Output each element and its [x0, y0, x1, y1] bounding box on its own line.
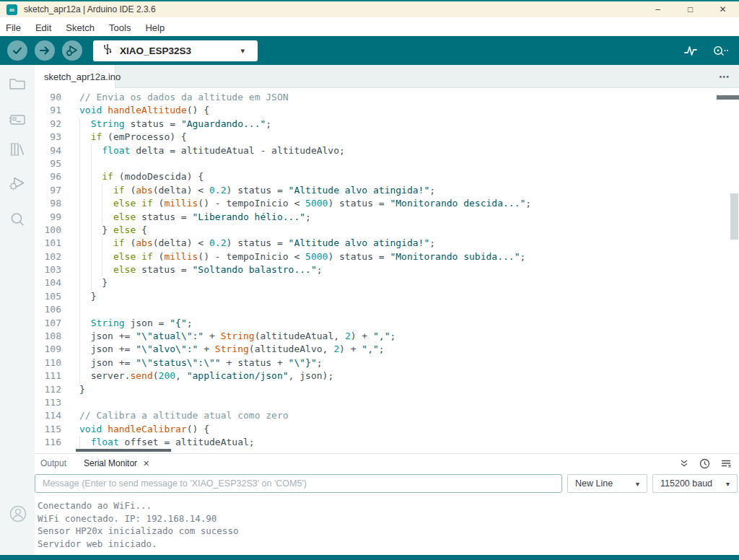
- code-line[interactable]: 101if (abs(delta) < 0.2) status = "Altit…: [35, 237, 739, 250]
- sketchbook-folder-icon[interactable]: [8, 74, 27, 93]
- line-number: 100: [35, 224, 74, 237]
- line-number: 110: [35, 356, 74, 369]
- code-text: json += "\"alvo\":" + String(altitudeAlv…: [74, 343, 385, 356]
- search-icon[interactable]: [8, 210, 27, 229]
- serial-plotter-button[interactable]: [683, 43, 699, 58]
- indent-guide: [91, 224, 102, 237]
- more-actions-icon[interactable]: •••: [719, 65, 730, 88]
- menu-file[interactable]: File: [4, 21, 28, 35]
- line-number: 108: [35, 330, 74, 343]
- code-line[interactable]: 92String status = "Aguardando...";: [35, 118, 739, 131]
- code-text: String status = "Aguardando...";: [74, 118, 271, 131]
- indent-guide: [91, 197, 102, 210]
- close-button[interactable]: ✕: [707, 1, 739, 17]
- timestamp-icon[interactable]: [699, 458, 710, 469]
- window-controls: – □ ✕: [642, 1, 739, 17]
- code-line[interactable]: 110json += "\"status\":\"" + status + "\…: [35, 356, 739, 369]
- tab-sketch-ino[interactable]: sketch_apr12a.ino: [35, 65, 115, 88]
- code-text: [74, 396, 79, 409]
- upload-button[interactable]: [35, 40, 55, 61]
- code-text: void handleCalibrar() {: [74, 423, 209, 436]
- code-line[interactable]: 99else status = "Liberando hélio...";: [35, 211, 739, 224]
- horizontal-scrollbar[interactable]: [76, 449, 171, 452]
- code-text: else status = "Soltando balastro...";: [74, 263, 323, 276]
- code-text: json += "\"atual\":" + String(altitudeAt…: [74, 330, 395, 343]
- serial-output-line: Servidor web iniciado.: [38, 538, 739, 551]
- maximize-button[interactable]: □: [674, 1, 707, 17]
- vertical-scrollbar[interactable]: [730, 193, 738, 240]
- line-number: 115: [35, 423, 74, 436]
- line-number: 93: [35, 131, 74, 144]
- code-editor[interactable]: 90// Envia os dados da altitude em JSON9…: [35, 88, 739, 453]
- debug-button[interactable]: [62, 40, 82, 61]
- line-ending-select[interactable]: New Line ▾: [567, 474, 647, 493]
- menu-help[interactable]: Help: [144, 21, 172, 35]
- indent-guide: [79, 263, 91, 276]
- code-line[interactable]: 102else if (millis() - tempoInicio < 500…: [35, 250, 739, 263]
- indent-guide: [91, 211, 102, 224]
- library-manager-icon[interactable]: [8, 140, 27, 159]
- code-line[interactable]: 94float delta = altitudeAtual - altitude…: [35, 144, 739, 157]
- collapse-panel-icon[interactable]: [679, 458, 689, 468]
- code-line[interactable]: 116float offset = altitudeAtual;: [35, 436, 739, 449]
- code-line[interactable]: 105}: [35, 290, 739, 303]
- indent-guide: [91, 157, 102, 170]
- line-number: 106: [35, 303, 74, 316]
- close-serial-tab-icon[interactable]: ✕: [143, 459, 149, 468]
- code-line[interactable]: 96if (modoDescida) {: [35, 170, 739, 183]
- tab-label: sketch_apr12a.ino: [44, 71, 121, 82]
- code-line[interactable]: 98else if (millis() - tempoInicio < 5000…: [35, 197, 739, 210]
- code-line[interactable]: 90// Envia os dados da altitude em JSON: [35, 91, 739, 104]
- baud-rate-value: 115200 baud: [660, 478, 712, 489]
- menu-edit[interactable]: Edit: [34, 21, 58, 35]
- serial-monitor-button[interactable]: [712, 43, 729, 58]
- line-number: 116: [35, 436, 74, 449]
- code-text: [74, 157, 102, 170]
- code-line[interactable]: 100} else {: [35, 224, 739, 237]
- indent-guide: [79, 276, 91, 289]
- code-line[interactable]: 107String json = "{";: [35, 317, 739, 330]
- code-line[interactable]: 108json += "\"atual\":" + String(altitud…: [35, 330, 739, 343]
- code-line[interactable]: 106: [35, 303, 739, 316]
- clear-output-icon[interactable]: [720, 458, 732, 468]
- indent-guide: [91, 263, 102, 276]
- code-line[interactable]: 103else status = "Soltando balastro...";: [35, 263, 739, 276]
- code-line[interactable]: 113: [35, 396, 739, 409]
- indent-guide: [91, 170, 102, 183]
- serial-output[interactable]: Conectando ao WiFi...WiFi conectado. IP:…: [35, 494, 739, 550]
- code-line[interactable]: 93if (emProcesso) {: [35, 131, 739, 144]
- tab-serial-monitor[interactable]: Serial Monitor ✕: [84, 458, 149, 468]
- code-line[interactable]: 114// Calibra a altitude atual como zero: [35, 409, 739, 422]
- code-line[interactable]: 112}: [35, 383, 739, 396]
- chevron-down-icon: ▾: [717, 480, 730, 488]
- workspace: sketch_apr12a.ino ••• 90// Envia os dado…: [0, 65, 739, 555]
- line-number: 103: [35, 263, 74, 276]
- tab-output[interactable]: Output: [40, 458, 66, 468]
- code-line[interactable]: 109json += "\"alvo\":" + String(altitude…: [35, 343, 739, 356]
- indent-guide: [102, 263, 113, 276]
- serial-message-input[interactable]: [35, 474, 562, 493]
- serial-monitor-label: Serial Monitor: [84, 458, 137, 468]
- minimize-button[interactable]: –: [642, 1, 674, 17]
- code-line[interactable]: 91void handleAltitude() {: [35, 104, 739, 117]
- debug-sidebar-icon[interactable]: [8, 174, 27, 193]
- code-line[interactable]: 115void handleCalibrar() {: [35, 423, 739, 436]
- line-number: 97: [35, 184, 74, 197]
- code-line[interactable]: 95: [35, 157, 739, 170]
- verify-button[interactable]: [7, 40, 27, 61]
- indent-guide: [102, 250, 113, 263]
- baud-rate-select[interactable]: 115200 baud ▾: [652, 474, 738, 493]
- account-icon[interactable]: [8, 504, 27, 522]
- menu-sketch[interactable]: Sketch: [64, 21, 102, 35]
- code-lines: 90// Envia os dados da altitude em JSON9…: [35, 91, 739, 450]
- overview-ruler-marker: [717, 95, 739, 100]
- window-title: sketch_apr12a | Arduino IDE 2.3.6: [24, 4, 156, 14]
- boards-manager-icon[interactable]: [8, 110, 27, 129]
- menu-tools[interactable]: Tools: [108, 21, 138, 35]
- line-number: 102: [35, 250, 74, 263]
- code-line[interactable]: 111server.send(200, "application/json", …: [35, 369, 739, 382]
- board-selector[interactable]: XIAO_ESP32S3 ▾: [93, 40, 258, 61]
- code-line[interactable]: 104}: [35, 276, 739, 289]
- code-line[interactable]: 97if (abs(delta) < 0.2) status = "Altitu…: [35, 184, 739, 197]
- code-text: json += "\"status\":\"" + status + "\"}"…: [74, 356, 323, 369]
